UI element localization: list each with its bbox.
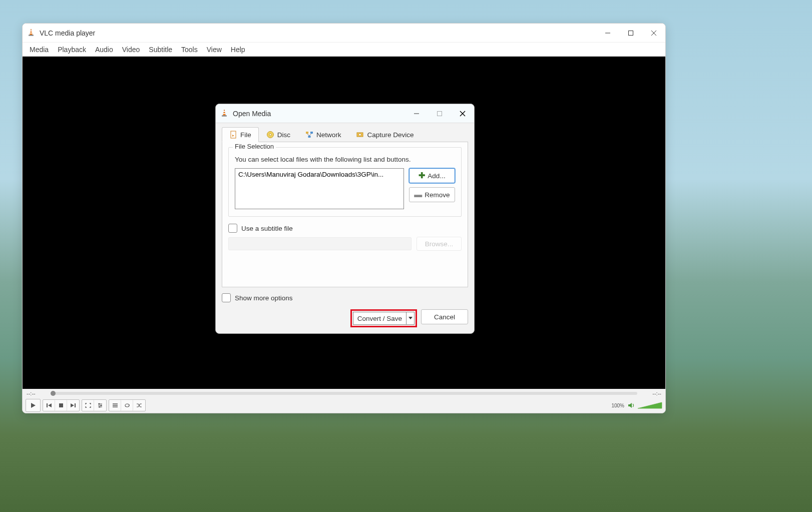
shuffle-button[interactable] bbox=[133, 400, 145, 411]
maximize-button[interactable] bbox=[619, 24, 642, 43]
svg-point-35 bbox=[358, 134, 361, 136]
total-time: --:-- bbox=[641, 390, 661, 396]
subtitle-checkbox[interactable] bbox=[228, 224, 237, 233]
close-button[interactable] bbox=[642, 24, 665, 43]
tabstrip: File Disc Network Capture Device bbox=[216, 123, 474, 142]
menu-audio[interactable]: Audio bbox=[91, 45, 117, 55]
next-button[interactable] bbox=[67, 400, 79, 411]
vlc-cone-icon bbox=[27, 29, 36, 38]
convert-save-label: Convert / Save bbox=[353, 315, 406, 322]
vlc-cone-icon bbox=[220, 109, 229, 118]
remove-button-label: Remove bbox=[425, 191, 450, 199]
menu-playback[interactable]: Playback bbox=[54, 45, 90, 55]
svg-rect-29 bbox=[306, 132, 308, 134]
svg-point-28 bbox=[269, 134, 271, 136]
tab-network-label: Network bbox=[316, 131, 341, 139]
dropdown-caret-icon[interactable] bbox=[406, 312, 414, 324]
tab-file-label: File bbox=[240, 131, 251, 139]
svg-rect-26 bbox=[231, 131, 236, 138]
main-title: VLC media player bbox=[40, 29, 95, 37]
minimize-button[interactable] bbox=[596, 24, 619, 43]
svg-rect-1 bbox=[30, 33, 33, 34]
tab-content: File Selection You can select local file… bbox=[222, 142, 468, 287]
speaker-icon[interactable] bbox=[627, 402, 635, 409]
dialog-minimize-button[interactable] bbox=[405, 105, 428, 123]
convert-save-button[interactable]: Convert / Save bbox=[353, 312, 415, 325]
dialog-bottom: Show more options Convert / Save Cancel bbox=[216, 291, 474, 333]
plus-icon: ✚ bbox=[419, 172, 425, 180]
stop-button[interactable] bbox=[55, 400, 67, 411]
file-selection-legend: File Selection bbox=[233, 143, 276, 150]
loop-button[interactable] bbox=[121, 400, 133, 411]
svg-rect-19 bbox=[223, 111, 225, 112]
svg-point-15 bbox=[99, 406, 101, 408]
prev-button[interactable] bbox=[43, 400, 55, 411]
subtitle-checkbox-label: Use a subtitle file bbox=[241, 225, 293, 232]
convert-save-highlight: Convert / Save bbox=[350, 309, 417, 327]
controlbar: 100% bbox=[23, 398, 665, 413]
svg-rect-21 bbox=[222, 115, 227, 116]
tab-capture-label: Capture Device bbox=[367, 131, 414, 139]
svg-rect-9 bbox=[75, 403, 76, 407]
ext-settings-button[interactable] bbox=[94, 400, 106, 411]
volume-slider[interactable] bbox=[637, 401, 662, 409]
cancel-button-label: Cancel bbox=[434, 313, 455, 321]
file-list[interactable]: C:\Users\Manuviraj Godara\Downloads\3GP\… bbox=[235, 168, 404, 209]
cancel-button[interactable]: Cancel bbox=[421, 309, 468, 324]
playlist-button[interactable] bbox=[109, 400, 121, 411]
statusbar: --:-- --:-- bbox=[23, 389, 665, 398]
menubar: Media Playback Audio Video Subtitle Tool… bbox=[23, 43, 665, 57]
volume-percent: 100% bbox=[611, 403, 624, 408]
svg-point-13 bbox=[101, 405, 102, 406]
tab-file[interactable]: File bbox=[222, 127, 259, 142]
file-icon bbox=[229, 131, 237, 139]
subtitle-path-input bbox=[228, 237, 412, 250]
dialog-maximize-button[interactable] bbox=[428, 105, 451, 123]
dialog-window-controls bbox=[405, 105, 474, 123]
menu-help[interactable]: Help bbox=[227, 45, 249, 55]
tab-network[interactable]: Network bbox=[298, 127, 349, 142]
svg-rect-23 bbox=[438, 111, 442, 116]
menu-view[interactable]: View bbox=[203, 45, 226, 55]
menu-subtitle[interactable]: Subtitle bbox=[145, 45, 176, 55]
main-titlebar: VLC media player bbox=[23, 24, 665, 43]
dialog-titlebar: Open Media bbox=[216, 104, 474, 123]
main-window-controls bbox=[596, 24, 665, 43]
file-list-item[interactable]: C:\Users\Manuviraj Godara\Downloads\3GP\… bbox=[238, 171, 400, 178]
seekbar[interactable] bbox=[51, 392, 637, 395]
browse-button: Browse... bbox=[417, 237, 462, 251]
file-selection-hint: You can select local files with the foll… bbox=[235, 156, 455, 163]
play-button[interactable] bbox=[26, 399, 41, 412]
open-media-dialog: Open Media File Disc bbox=[215, 104, 475, 334]
svg-rect-31 bbox=[308, 136, 311, 138]
elapsed-time: --:-- bbox=[27, 390, 47, 396]
menu-tools[interactable]: Tools bbox=[177, 45, 202, 55]
capture-icon bbox=[356, 131, 364, 139]
volume-area: 100% bbox=[611, 401, 662, 409]
dialog-close-button[interactable] bbox=[451, 105, 474, 123]
show-more-checkbox[interactable] bbox=[222, 293, 231, 302]
network-icon bbox=[305, 131, 313, 139]
file-selection-fieldset: File Selection You can select local file… bbox=[228, 147, 462, 217]
tab-disc[interactable]: Disc bbox=[259, 127, 298, 142]
add-button[interactable]: ✚ Add... bbox=[409, 168, 455, 183]
fullscreen-button[interactable] bbox=[82, 400, 94, 411]
add-button-label: Add... bbox=[428, 172, 445, 180]
dialog-title: Open Media bbox=[233, 110, 271, 118]
svg-rect-0 bbox=[30, 31, 32, 32]
disc-icon bbox=[266, 131, 274, 139]
menu-media[interactable]: Media bbox=[26, 45, 53, 55]
tab-disc-label: Disc bbox=[277, 131, 290, 139]
svg-rect-20 bbox=[223, 113, 226, 114]
svg-line-32 bbox=[307, 134, 309, 136]
svg-rect-30 bbox=[310, 132, 313, 134]
remove-button[interactable]: ▬ Remove bbox=[409, 187, 455, 202]
svg-rect-2 bbox=[29, 35, 34, 36]
tab-capture[interactable]: Capture Device bbox=[349, 127, 422, 142]
browse-button-label: Browse... bbox=[425, 240, 453, 248]
svg-rect-7 bbox=[47, 403, 48, 407]
minus-icon: ▬ bbox=[414, 191, 422, 199]
svg-rect-4 bbox=[629, 31, 633, 35]
svg-line-33 bbox=[309, 134, 311, 136]
menu-video[interactable]: Video bbox=[118, 45, 144, 55]
